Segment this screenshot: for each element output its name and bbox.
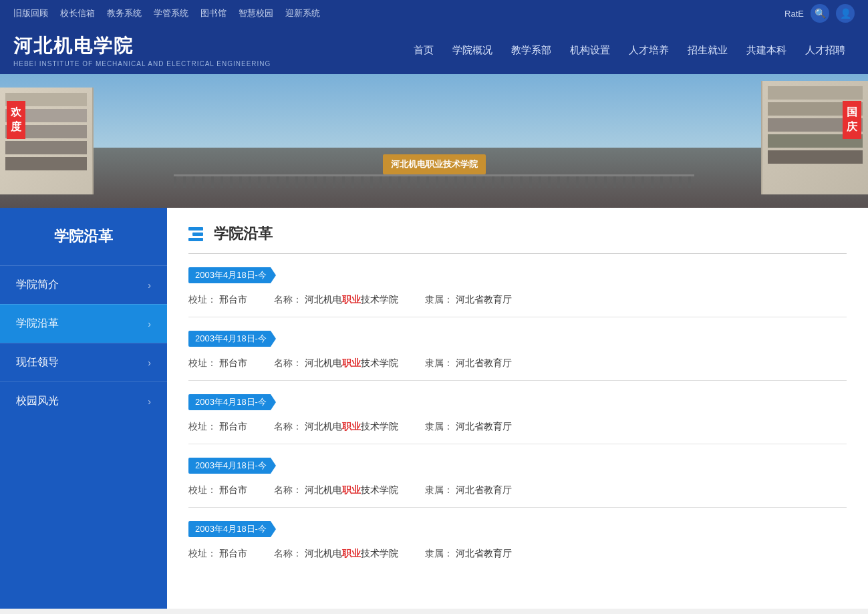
date-bar-5: 2003年4月18日-今 (188, 521, 276, 537)
address-value-5: 邢台市 (219, 548, 247, 560)
name-1: 名称： 河北机电职业技术学院 (274, 294, 398, 306)
stack-line-3 (188, 238, 203, 241)
date-bar-3: 2003年4月18日-今 (188, 394, 276, 410)
top-link-student[interactable]: 学管系统 (154, 7, 188, 19)
top-link-mailbox[interactable]: 校长信箱 (60, 7, 95, 19)
address-value-2: 邢台市 (219, 357, 247, 369)
sidebar-title: 学院沿革 (0, 208, 167, 265)
timeline-info-5: 校址： 邢台市 名称： 河北机电职业技术学院 隶属： 河北省教育厅 (188, 545, 847, 568)
name-5: 名称： 河北机电职业技术学院 (274, 548, 398, 560)
user-icon[interactable]: 👤 (836, 4, 855, 23)
search-icon[interactable]: 🔍 (811, 4, 829, 23)
name-label-5: 名称： (274, 548, 302, 560)
logo-title: 河北机电学院 (13, 33, 271, 59)
nav-institutions[interactable]: 机构设置 (561, 29, 619, 71)
name-value-4: 河北机电职业技术学院 (305, 484, 398, 496)
layers-icon (188, 227, 203, 241)
name-label-1: 名称： (274, 294, 302, 306)
belong-5: 隶属： 河北省教育厅 (425, 548, 512, 560)
name-label-4: 名称： (274, 484, 302, 496)
heading-divider (188, 253, 847, 254)
name-suffix-3: 技术学院 (361, 421, 398, 432)
sidebar-item-leaders[interactable]: 现任领导 › (0, 343, 167, 381)
timeline-entry-4: 2003年4月18日-今 校址： 邢台市 名称： 河北机电职业技术学院 隶属： … (188, 458, 847, 508)
sidebar: 学院沿革 学院简介 › 学院沿革 › 现任领导 › 校园风光 › (0, 208, 167, 609)
name-suffix-2: 技术学院 (361, 357, 398, 368)
main-content: 学院沿革 学院简介 › 学院沿革 › 现任领导 › 校园风光 › 学院沿革 (0, 208, 868, 609)
name-em-1: 职业 (342, 294, 361, 305)
belong-1: 隶属： 河北省教育厅 (425, 294, 512, 306)
address-label-3: 校址： (188, 421, 216, 433)
logo-subtitle: HEBEI INSTITUTE OF MECHANICAL AND ELECTR… (13, 60, 271, 67)
top-link-library[interactable]: 图书馆 (200, 7, 227, 19)
name-text-3: 河北机电 (305, 421, 342, 432)
stack-line-2 (192, 233, 203, 236)
address-1: 校址： 邢台市 (188, 294, 247, 306)
sidebar-label-leaders: 现任领导 (16, 355, 59, 369)
address-5: 校址： 邢台市 (188, 548, 247, 560)
timeline-entry-2: 2003年4月18日-今 校址： 邢台市 名称： 河北机电职业技术学院 隶属： … (188, 331, 847, 381)
sidebar-label-intro: 学院简介 (16, 278, 59, 292)
top-link-old[interactable]: 旧版回顾 (13, 7, 48, 19)
address-label-1: 校址： (188, 294, 216, 306)
name-2: 名称： 河北机电职业技术学院 (274, 357, 398, 369)
name-text-2: 河北机电 (305, 357, 342, 368)
banner-right: 国庆 (843, 101, 861, 139)
name-value-3: 河北机电职业技术学院 (305, 421, 398, 433)
top-link-smart[interactable]: 智慧校园 (239, 7, 273, 19)
name-suffix-1: 技术学院 (361, 294, 398, 305)
name-em-5: 职业 (342, 548, 361, 559)
sidebar-item-intro[interactable]: 学院简介 › (0, 265, 167, 304)
chevron-right-icon-3: › (148, 357, 151, 368)
nav-cooperation[interactable]: 共建本科 (737, 29, 796, 71)
nav-talent[interactable]: 人才培养 (619, 29, 678, 71)
nav-recruitment[interactable]: 人才招聘 (796, 29, 855, 71)
nav-departments[interactable]: 教学系部 (502, 29, 561, 71)
nav-admissions[interactable]: 招生就业 (678, 29, 737, 71)
name-label-2: 名称： (274, 357, 302, 369)
name-em-2: 职业 (342, 357, 361, 368)
belong-label-1: 隶属： (425, 294, 453, 306)
top-link-teaching[interactable]: 教务系统 (107, 7, 142, 19)
address-label-5: 校址： (188, 548, 216, 560)
address-4: 校址： 邢台市 (188, 484, 247, 496)
content-area: 学院沿革 2003年4月18日-今 校址： 邢台市 名称： 河北机电职业技术学院… (167, 208, 868, 609)
address-label-2: 校址： (188, 357, 216, 369)
timeline-entry-5: 2003年4月18日-今 校址： 邢台市 名称： 河北机电职业技术学院 隶属： … (188, 521, 847, 568)
name-text-4: 河北机电 (305, 484, 342, 495)
page-title: 学院沿革 (214, 224, 273, 244)
sidebar-label-history: 学院沿革 (16, 317, 59, 331)
date-bar-4: 2003年4月18日-今 (188, 458, 276, 474)
top-bar-links: 旧版回顾 校长信箱 教务系统 学管系统 图书馆 智慧校园 迎新系统 (13, 7, 320, 19)
name-label-3: 名称： (274, 421, 302, 433)
timeline-entry-1: 2003年4月18日-今 校址： 邢台市 名称： 河北机电职业技术学院 隶属： … (188, 267, 847, 317)
logo-area: 河北机电学院 HEBEI INSTITUTE OF MECHANICAL AND… (13, 27, 271, 74)
banner-left: 欢度 (7, 101, 25, 139)
sidebar-item-history[interactable]: 学院沿革 › (0, 304, 167, 343)
entry-divider-3 (188, 444, 847, 444)
nav-overview[interactable]: 学院概况 (443, 29, 502, 71)
name-value-2: 河北机电职业技术学院 (305, 357, 398, 369)
belong-value-5: 河北省教育厅 (456, 548, 512, 560)
belong-2: 隶属： 河北省教育厅 (425, 357, 512, 369)
stack-line-1 (188, 227, 203, 231)
sidebar-item-campus[interactable]: 校园风光 › (0, 381, 167, 420)
chevron-right-icon-4: › (148, 396, 151, 407)
timeline-info-2: 校址： 邢台市 名称： 河北机电职业技术学院 隶属： 河北省教育厅 (188, 355, 847, 377)
hero-image: 河北机电职业技术学院 欢度 国庆 (0, 74, 868, 208)
gate-fence (174, 174, 694, 188)
name-value-1: 河北机电职业技术学院 (305, 294, 398, 306)
belong-label-3: 隶属： (425, 421, 453, 433)
belong-value-3: 河北省教育厅 (456, 421, 512, 433)
name-em-4: 职业 (342, 484, 361, 495)
name-suffix-5: 技术学院 (361, 548, 398, 559)
entry-divider-1 (188, 317, 847, 317)
belong-value-2: 河北省教育厅 (456, 357, 512, 369)
hero-sky (0, 74, 868, 148)
belong-label-4: 隶属： (425, 484, 453, 496)
belong-4: 隶属： 河北省教育厅 (425, 484, 512, 496)
top-link-welcome[interactable]: 迎新系统 (285, 7, 320, 19)
address-label-4: 校址： (188, 484, 216, 496)
address-value-3: 邢台市 (219, 421, 247, 433)
nav-home[interactable]: 首页 (404, 29, 443, 71)
